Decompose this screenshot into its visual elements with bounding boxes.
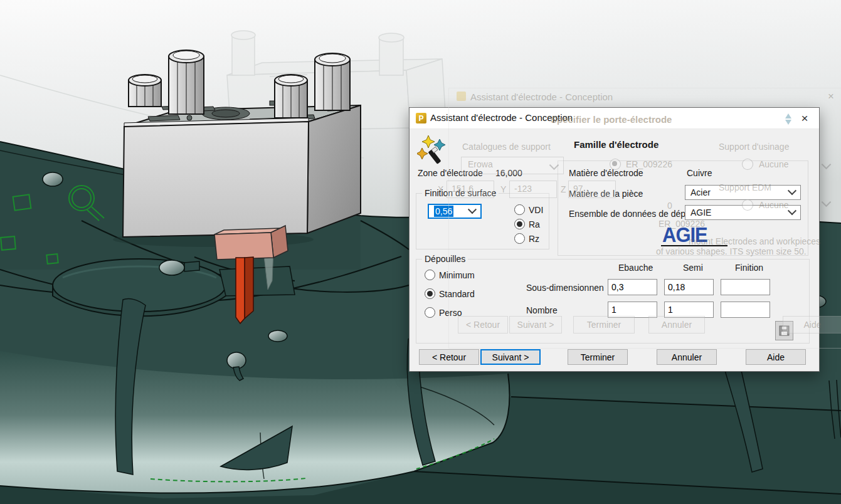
dialog-titlebar[interactable]: P Assistant d'électrode - Conception ×: [410, 108, 819, 129]
radio-standard[interactable]: Standard: [425, 288, 475, 299]
close-button[interactable]: ×: [793, 110, 816, 126]
terminer-button[interactable]: Terminer: [568, 349, 628, 365]
radio-minimum[interactable]: Minimum: [425, 270, 475, 280]
hex-bolt-2: [169, 50, 204, 114]
radio-circle[interactable]: [425, 270, 435, 280]
powershape-app-icon: P: [416, 113, 426, 123]
radio-rz-label: Rz: [529, 234, 539, 244]
depouilles-group-label: Dépouilles: [422, 254, 468, 264]
matiere-electrode-label: Matière d'électrode: [569, 168, 643, 178]
hex-bolt-3: [275, 75, 307, 118]
input-nombre-ebauche[interactable]: [608, 302, 657, 318]
radio-standard-label: Standard: [439, 289, 475, 299]
input-sousdim-semi[interactable]: [664, 279, 714, 295]
application-window: { "dialog": { "title": "Assistant d'élec…: [0, 0, 841, 504]
input-sousdim-ebauche[interactable]: [608, 279, 657, 295]
suivant-button[interactable]: Suivant >: [480, 349, 541, 365]
row-label-nombre: Nombre: [526, 305, 558, 315]
radio-ra[interactable]: Ra: [514, 219, 540, 229]
agie-logo: AGIE: [662, 223, 707, 247]
ensemble-value: AGIE: [690, 207, 711, 218]
radio-circle[interactable]: [514, 233, 525, 244]
aide-button[interactable]: Aide: [746, 349, 806, 365]
radio-circle[interactable]: [514, 204, 525, 215]
finition-group-label: Finition de surface: [422, 188, 499, 198]
electrode-holder-salmon: [214, 226, 288, 260]
ensemble-combo[interactable]: AGIE: [685, 205, 801, 220]
input-nombre-semi[interactable]: [664, 302, 714, 318]
dialog-title: Assistant d'électrode - Conception: [430, 112, 573, 123]
radio-rz[interactable]: Rz: [514, 233, 539, 244]
zone-label: Zone d'électrode: [418, 168, 483, 178]
matiere-piece-value: Acier: [690, 187, 711, 197]
wizard-wand-icon: [417, 134, 448, 165]
radio-circle[interactable]: [425, 307, 435, 318]
radio-minimum-label: Minimum: [439, 270, 475, 280]
matiere-piece-label: Matière de la pièce: [569, 189, 643, 199]
row-label-sous-dimensionnement: Sous-dimensionnen: [526, 283, 604, 293]
matiere-piece-combo[interactable]: Acier: [685, 185, 801, 200]
chevron-down-icon: [788, 206, 796, 215]
ensemble-label: Ensemble de données de dép: [569, 209, 685, 219]
col-header-ebauche: Ebauche: [618, 263, 653, 273]
radio-ra-label: Ra: [529, 219, 540, 229]
radio-perso[interactable]: Perso: [425, 307, 462, 318]
agie-logo-underline: [661, 245, 727, 246]
hex-bolt-4: [315, 53, 350, 110]
chevron-down-icon: [788, 186, 796, 195]
save-button[interactable]: [775, 321, 793, 340]
input-nombre-finition[interactable]: [721, 302, 770, 318]
electrode-wizard-dialog: P Assistant d'électrode - Conception × F…: [409, 107, 820, 372]
depouilles-groupbox: Dépouilles Minimum Standard Perso Ebauch…: [416, 259, 810, 344]
radio-perso-label: Perso: [439, 308, 462, 318]
finition-groupbox: Finition de surface 0,56 VDI Ra Rz: [416, 193, 549, 249]
radio-vdi-label: VDI: [529, 205, 543, 215]
col-header-finition: Finition: [735, 263, 763, 273]
chevron-down-icon: [468, 205, 477, 214]
radio-vdi[interactable]: VDI: [514, 204, 543, 215]
section-heading: Famille d'électrode: [574, 139, 659, 150]
radio-circle-selected[interactable]: [425, 288, 435, 299]
matiere-electrode-value: Cuivre: [687, 168, 712, 178]
zone-value: 16,000: [495, 168, 522, 178]
retour-button[interactable]: < Retour: [419, 349, 479, 365]
finition-combo[interactable]: 0,56: [428, 204, 482, 219]
radio-circle-selected[interactable]: [514, 219, 525, 229]
input-sousdim-finition[interactable]: [721, 279, 770, 295]
red-electrode: [236, 257, 253, 323]
floppy-disk-icon: [779, 325, 790, 336]
hex-bolt-1: [129, 75, 161, 107]
finition-combo-value: 0,56: [434, 206, 453, 217]
col-header-semi: Semi: [683, 263, 703, 273]
annuler-button[interactable]: Annuler: [657, 349, 717, 365]
